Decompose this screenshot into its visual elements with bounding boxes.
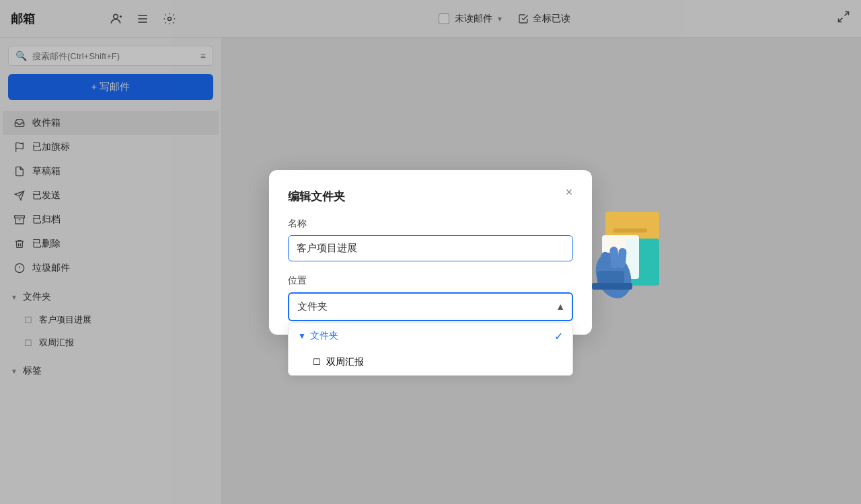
svg-rect-18 xyxy=(613,228,647,233)
svg-rect-27 xyxy=(592,283,632,290)
location-select-container: 文件夹 ▲ ▼ 文件夹 ✓ ☐ 双周汇报 xyxy=(288,292,573,321)
dropdown-item-folder-root[interactable]: ▼ 文件夹 ✓ xyxy=(289,323,572,349)
dropdown-check-icon: ✓ xyxy=(554,330,563,343)
dropdown-biweekly-label: 双周汇报 xyxy=(326,356,364,368)
illustration xyxy=(565,198,673,306)
name-label: 名称 xyxy=(288,218,573,230)
location-select[interactable]: 文件夹 xyxy=(288,292,573,321)
edit-folder-dialog: × 编辑文件夹 名称 位置 文件夹 ▲ ▼ 文件夹 ✓ ☐ 双周汇报 xyxy=(269,170,592,335)
dropdown-folder-root-label: 文件夹 xyxy=(310,330,338,342)
dropdown-folder-icon: ☐ xyxy=(313,357,321,367)
dropdown-expand-icon: ▼ xyxy=(298,331,306,341)
svg-rect-26 xyxy=(597,271,624,284)
location-dropdown: ▼ 文件夹 ✓ ☐ 双周汇报 xyxy=(288,323,573,376)
location-label: 位置 xyxy=(288,275,573,287)
dropdown-item-biweekly[interactable]: ☐ 双周汇报 xyxy=(289,349,572,375)
modal-overlay[interactable]: × 编辑文件夹 名称 位置 文件夹 ▲ ▼ 文件夹 ✓ ☐ 双周汇报 xyxy=(0,0,861,504)
folder-name-input[interactable] xyxy=(288,235,573,261)
dialog-title: 编辑文件夹 xyxy=(288,189,573,204)
